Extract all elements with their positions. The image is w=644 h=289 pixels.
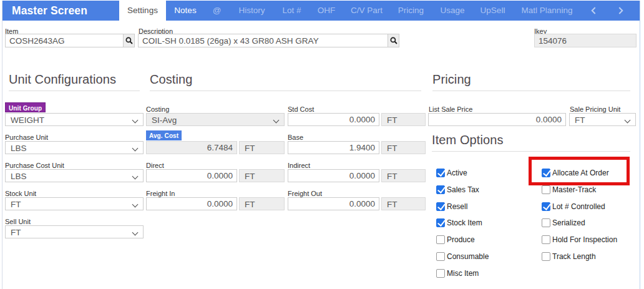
tab-matl-planning[interactable]: Matl Planning xyxy=(513,1,581,21)
checkbox-label: Resell xyxy=(447,202,467,211)
indirect-label: Indirect xyxy=(288,162,310,169)
checkbox-checked-icon[interactable] xyxy=(436,202,445,211)
checkbox-produce[interactable]: Produce xyxy=(436,235,475,244)
checkbox-unchecked-icon[interactable] xyxy=(542,185,550,194)
costing-method-select: SI-Avg xyxy=(146,113,285,126)
stock-unit-label: Stock Unit xyxy=(5,190,36,197)
tab-notes[interactable]: Notes xyxy=(166,1,205,21)
avg-cost-input xyxy=(146,141,237,154)
description-input[interactable] xyxy=(138,34,388,47)
tab-lot-number[interactable]: Lot # xyxy=(275,1,309,21)
panel-right-border xyxy=(640,1,640,289)
chevron-right-icon[interactable] xyxy=(610,1,632,21)
description-search-button[interactable] xyxy=(388,34,399,47)
tab-ohf[interactable]: OHF xyxy=(309,1,344,21)
chevron-down-icon xyxy=(273,118,279,122)
tab-at[interactable]: @ xyxy=(205,1,229,21)
base-input[interactable] xyxy=(288,141,379,154)
highlight-rectangle xyxy=(529,157,630,185)
checkbox-unchecked-icon[interactable] xyxy=(436,235,445,244)
checkbox-hold-for-inspection[interactable]: Hold For Inspection xyxy=(542,235,617,244)
checkbox-resell[interactable]: Resell xyxy=(436,202,467,211)
stock-unit-value: FT xyxy=(11,200,21,209)
checkbox-serialized[interactable]: Serialized xyxy=(542,218,585,227)
avg-cost-unit: FT xyxy=(239,141,285,154)
chevron-down-icon xyxy=(132,174,138,179)
checkbox-label: Hold For Inspection xyxy=(552,235,617,244)
indirect-input[interactable] xyxy=(288,169,379,182)
freight-out-unit: FT xyxy=(381,197,426,210)
std-cost-label: Std Cost xyxy=(288,105,314,113)
sale-pricing-unit-label: Sale Pricing Unit xyxy=(570,105,620,113)
checkbox-label: Serialized xyxy=(552,218,585,227)
top-bar: Master Screen Settings Notes @ History L… xyxy=(2,1,640,21)
direct-label: Direct xyxy=(146,162,164,169)
chevron-down-icon xyxy=(132,118,138,122)
checkbox-lot-controlled[interactable]: Lot # Controlled xyxy=(542,202,605,211)
item-input[interactable] xyxy=(5,34,124,47)
tab-usage[interactable]: Usage xyxy=(432,1,472,21)
std-cost-unit: FT xyxy=(381,113,426,126)
purchase-unit-select[interactable]: LBS xyxy=(5,141,144,154)
freight-in-input[interactable] xyxy=(146,197,237,210)
checkbox-stock-item[interactable]: Stock Item xyxy=(436,218,482,227)
checkbox-misc-item[interactable]: Misc Item xyxy=(436,269,479,278)
purchase-unit-label: Purchase Unit xyxy=(5,134,48,141)
costing-method-value: SI-Avg xyxy=(152,115,177,125)
list-sale-price-label: List Sale Price xyxy=(429,105,472,113)
avg-cost-badge: Avg. Cost xyxy=(146,130,182,140)
item-search-button[interactable] xyxy=(124,34,135,47)
std-cost-input[interactable] xyxy=(288,113,379,126)
checkbox-label: Misc Item xyxy=(447,269,479,278)
purchase-cost-unit-label: Purchase Cost Unit xyxy=(5,162,64,169)
checkbox-unchecked-icon[interactable] xyxy=(542,218,550,227)
checkbox-unchecked-icon[interactable] xyxy=(436,269,445,278)
sale-pricing-unit-select[interactable]: FT xyxy=(569,113,636,126)
checkbox-label: Track Length xyxy=(552,252,596,261)
list-sale-price-input[interactable] xyxy=(428,113,566,126)
panel-left-border xyxy=(2,1,2,289)
chevron-down-icon xyxy=(625,118,630,122)
ikey-input xyxy=(534,34,637,47)
unit-configurations-heading: Unit Configurations xyxy=(9,72,140,91)
freight-out-input[interactable] xyxy=(288,197,379,210)
checkbox-unchecked-icon[interactable] xyxy=(436,252,445,261)
checkbox-unchecked-icon[interactable] xyxy=(542,235,550,244)
tab-history[interactable]: History xyxy=(229,1,275,21)
direct-input[interactable] xyxy=(146,169,237,182)
sell-unit-value: FT xyxy=(11,228,21,237)
checkbox-label: Produce xyxy=(447,235,475,244)
sell-unit-select[interactable]: FT xyxy=(5,225,144,238)
checkbox-label: Master-Track xyxy=(552,185,596,194)
checkbox-track-length[interactable]: Track Length xyxy=(542,252,596,261)
indirect-unit: FT xyxy=(381,169,426,182)
checkbox-checked-icon[interactable] xyxy=(542,202,550,211)
checkbox-sales-tax[interactable]: Sales Tax xyxy=(436,185,479,194)
chevron-down-icon xyxy=(132,230,138,235)
unit-group-select[interactable]: WEIGHT xyxy=(5,113,144,126)
checkbox-consumable[interactable]: Consumable xyxy=(436,252,489,261)
unit-group-value: WEIGHT xyxy=(11,115,44,125)
checkbox-label: Consumable xyxy=(447,252,489,261)
checkbox-master-track[interactable]: Master-Track xyxy=(542,185,596,194)
checkbox-checked-icon[interactable] xyxy=(436,185,445,194)
tab-cv-part[interactable]: C/V Part xyxy=(344,1,389,21)
purchase-unit-value: LBS xyxy=(11,144,27,153)
search-icon xyxy=(125,37,133,44)
checkbox-checked-icon[interactable] xyxy=(436,169,445,177)
purchase-cost-unit-select[interactable]: LBS xyxy=(5,169,144,182)
tab-upsell[interactable]: UpSell xyxy=(472,1,513,21)
tab-pricing[interactable]: Pricing xyxy=(389,1,432,21)
checkbox-active[interactable]: Active xyxy=(436,169,467,177)
freight-in-label: Freight In xyxy=(146,190,175,197)
checkbox-unchecked-icon[interactable] xyxy=(542,252,550,261)
checkbox-checked-icon[interactable] xyxy=(436,218,445,227)
tab-scroll-arrows xyxy=(583,1,632,21)
costing-method-label: Costing xyxy=(146,105,169,113)
sale-pricing-unit-value: FT xyxy=(575,115,585,125)
stock-unit-select[interactable]: FT xyxy=(5,197,144,210)
tab-settings[interactable]: Settings xyxy=(119,1,166,21)
chevron-left-icon[interactable] xyxy=(583,1,604,21)
base-unit: FT xyxy=(381,141,426,154)
unit-group-badge: Unit Group xyxy=(5,102,46,112)
